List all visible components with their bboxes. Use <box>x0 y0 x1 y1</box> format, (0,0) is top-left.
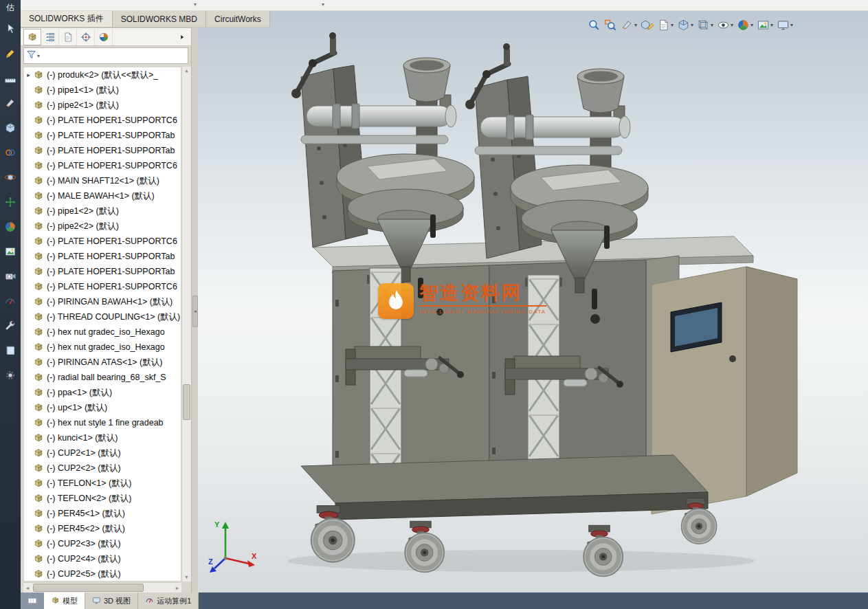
drawing-view-icon[interactable] <box>640 16 654 34</box>
measure-tool-icon[interactable] <box>2 70 19 87</box>
filter-input[interactable] <box>42 49 186 62</box>
feature-tree: ▸(-) produk<2> (默认<<默认>_(-) pipe1<1> (默认… <box>23 67 181 582</box>
filter-dropdown-caret-icon[interactable]: ▾ <box>37 53 40 59</box>
tree-item[interactable]: (-) ppa<1> (默认) <box>24 385 181 400</box>
expand-arrow-icon[interactable]: ▸ <box>24 71 33 78</box>
tree-vertical-scrollbar[interactable]: ▲ ▼ <box>181 67 191 582</box>
configurationmanager-tab[interactable] <box>59 29 77 45</box>
panel-splitter[interactable]: ◂ <box>191 27 198 593</box>
tree-item[interactable]: (-) TEFLON<2> (默认) <box>24 491 181 506</box>
camera-tool-icon[interactable] <box>2 268 19 285</box>
scroll-up-icon[interactable]: ▲ <box>184 67 189 75</box>
tree-item[interactable]: (-) PER45<2> (默认) <box>24 521 181 536</box>
tree-item[interactable]: (-) PIRINGAN ATAS<1> (默认) <box>24 355 181 370</box>
tree-horizontal-scrollbar[interactable]: ◄ ► <box>23 582 181 593</box>
scroll-down-icon[interactable]: ▼ <box>184 573 189 582</box>
scene-tool-icon[interactable] <box>2 243 19 260</box>
tab-circuitworks[interactable]: CircuitWorks <box>206 11 270 27</box>
tree-item[interactable]: (-) CUP2<5> (默认) <box>24 566 181 582</box>
tree-item-label: (-) PLATE HOPER1-SUPPORTab <box>47 252 175 261</box>
tree-item[interactable]: (-) hex nut gradec_iso_Hexago <box>24 324 181 340</box>
part-icon <box>33 145 44 156</box>
apply-scene-icon[interactable]: ▾ <box>756 16 774 34</box>
display-style-icon[interactable]: ▾ <box>696 16 714 34</box>
tree-item[interactable]: (-) PLATE HOPER1-SUPPORTab <box>24 264 181 279</box>
tree-item[interactable]: (-) THREAD COUPLING<1> (默认) <box>24 309 181 324</box>
featuremanager-tab[interactable] <box>23 29 41 45</box>
tree-item[interactable]: (-) pipe1<1> (默认) <box>24 82 181 98</box>
tab-solidworks-addins[interactable]: SOLIDWORKS 插件 <box>21 11 113 27</box>
scrollbar-thumb[interactable] <box>183 384 190 420</box>
zoom-area-icon[interactable] <box>603 16 618 34</box>
tree-item[interactable]: (-) PLATE HOPER1-SUPPORTC6 <box>24 279 181 294</box>
part-icon <box>33 463 44 474</box>
appearance-tool-icon[interactable] <box>2 219 19 235</box>
tree-item[interactable]: (-) PLATE HOPER1-SUPPORTab <box>24 143 181 158</box>
tree-item[interactable]: (-) MAIN SHAFT12<1> (默认) <box>24 173 181 188</box>
tree-item[interactable]: (-) hex nut gradec_iso_Hexago <box>24 340 181 355</box>
tree-item-label: (-) pipe1<2> (默认) <box>47 206 119 217</box>
tree-item[interactable]: (-) pipe1<2> (默认) <box>24 203 181 219</box>
tree-item[interactable]: (-) PLATE HOPER1-SUPPORTC6 <box>24 234 181 249</box>
move-component-icon[interactable] <box>2 194 19 210</box>
tree-item-label: (-) THREAD COUPLING<1> (默认) <box>47 311 180 323</box>
part-icon <box>33 357 44 368</box>
tab-model[interactable]: 模型 <box>44 593 85 609</box>
tree-item[interactable]: (-) pipe2<1> (默认) <box>24 98 181 113</box>
sketch-tool-icon[interactable] <box>2 45 19 62</box>
tree-item[interactable]: (-) PLATE HOPER1-SUPPORTC6 <box>24 158 181 173</box>
hide-show-items-icon[interactable]: ▾ <box>716 16 734 34</box>
graphics-viewport[interactable]: ▾▾▾▾▾▾▾▾ 智造资料网 INTELLIGENT MANUFACTURING… <box>198 11 868 593</box>
tree-item[interactable]: (-) CUP2<1> (默认) <box>24 445 181 461</box>
component-tool-icon[interactable] <box>2 120 19 136</box>
tab-motion-study[interactable]: 运动算例1 <box>138 593 199 609</box>
dimxpert-tab[interactable] <box>77 29 95 45</box>
tree-item[interactable]: (-) CUP2<2> (默认) <box>24 461 181 476</box>
tree-item[interactable]: (-) CUP2<3> (默认) <box>24 536 181 551</box>
tree-item-label: (-) CUP2<5> (默认) <box>47 568 121 580</box>
tree-item[interactable]: (-) hex nut style 1 fine gradeab <box>24 415 181 430</box>
tree-item[interactable]: (-) TEFLON<1> (默认) <box>24 476 181 491</box>
tree-item[interactable]: (-) PLATE HOPER1-SUPPORTab <box>24 128 181 143</box>
displaymanager-tab[interactable] <box>95 29 113 45</box>
dropdown-caret-icon[interactable]: ▾ <box>194 1 197 8</box>
design-library-icon[interactable] <box>2 342 19 359</box>
dropdown-caret-icon[interactable]: ▾ <box>322 1 324 8</box>
propertymanager-tab[interactable] <box>41 29 59 45</box>
tree-item-label: (-) PLATE HOPER1-SUPPORTC6 <box>47 236 177 246</box>
tree-item[interactable]: (-) pipe2<2> (默认) <box>24 219 181 234</box>
scrollbar-thumb[interactable] <box>33 584 144 592</box>
annotation-view-icon[interactable]: ▾ <box>656 16 674 34</box>
options-icon[interactable] <box>2 367 19 384</box>
view-orientation-icon[interactable]: ▾ <box>676 16 694 34</box>
tree-item[interactable]: (-) radial ball bearing_68_skf_S <box>24 370 181 385</box>
tree-item[interactable]: (-) kunci<1> (默认) <box>24 430 181 445</box>
panel-collapse-handle[interactable]: ◂ <box>192 296 198 327</box>
evaluate-tool-icon[interactable] <box>2 293 19 309</box>
tree-item[interactable]: (-) up<1> (默认) <box>24 400 181 415</box>
tree-item[interactable]: (-) PER45<1> (默认) <box>24 506 181 521</box>
filter-funnel-icon[interactable] <box>26 49 36 63</box>
toolbox-icon[interactable] <box>2 318 19 334</box>
zoom-fit-icon[interactable] <box>587 16 601 34</box>
tab-solidworks-mbd[interactable]: SOLIDWORKS MBD <box>113 11 206 27</box>
tree-item[interactable]: (-) MALE BAWAH<1> (默认) <box>24 188 181 203</box>
tree-item[interactable]: (-) PIRINGAN BAWAH<1> (默认) <box>24 294 181 309</box>
tree-item[interactable]: (-) PLATE HOPER1-SUPPORTC6 <box>24 113 181 128</box>
part-icon <box>33 115 44 126</box>
section-view-icon[interactable]: ▾ <box>620 16 638 34</box>
status-bar: 模型 3D 视图 运动算例1 <box>0 593 868 609</box>
select-tool-icon[interactable] <box>2 21 19 37</box>
tree-item[interactable]: (-) PLATE HOPER1-SUPPORTab <box>24 249 181 264</box>
tree-item[interactable]: (-) CUP2<4> (默认) <box>24 551 181 566</box>
mate-tool-icon[interactable] <box>2 144 19 161</box>
tree-item[interactable]: ▸(-) produk<2> (默认<<默认>_ <box>24 67 181 82</box>
rotate-view-icon[interactable] <box>2 169 19 186</box>
scroll-right-icon[interactable]: ► <box>173 586 181 590</box>
scroll-left-icon[interactable]: ◄ <box>23 586 32 590</box>
edit-appearance-icon[interactable]: ▾ <box>736 16 754 34</box>
flyout-expand-button[interactable] <box>176 29 188 45</box>
section-tool-icon[interactable] <box>2 95 19 111</box>
tab-3d-views[interactable]: 3D 视图 <box>85 593 138 609</box>
view-settings-icon[interactable]: ▾ <box>776 16 794 34</box>
